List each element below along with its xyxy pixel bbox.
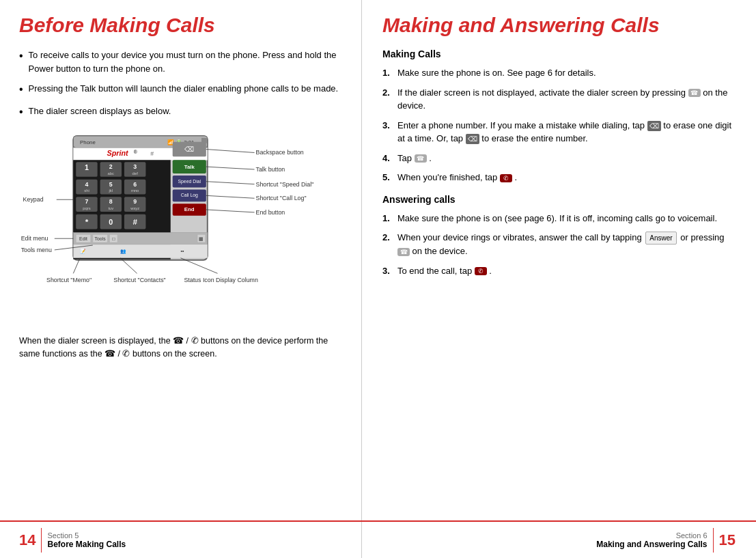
- svg-text:7: 7: [85, 198, 88, 205]
- svg-text:Keypad: Keypad: [23, 196, 44, 203]
- svg-text:Shortcut "Memo": Shortcut "Memo": [46, 277, 92, 283]
- svg-text:⌫: ⌫: [184, 145, 194, 153]
- diagram-svg: Phone 📶 🔋 2:01 Sprint ® # 1 2 abc 3: [19, 132, 342, 324]
- svg-text:Talk button: Talk button: [256, 166, 285, 173]
- svg-text:8: 8: [109, 198, 113, 205]
- bottom-text: When the dialer screen is displayed, the…: [19, 335, 342, 361]
- svg-text:Sprint: Sprint: [107, 149, 128, 157]
- step-text-1: Make sure the phone is on. See page 6 fo…: [397, 66, 596, 80]
- making-step-4: 4. Tap ☎ .: [382, 152, 736, 165]
- svg-text:1: 1: [85, 163, 89, 171]
- svg-rect-61: [73, 245, 207, 258]
- bullet-text-3: The dialer screen displays as below.: [29, 104, 171, 118]
- bullet-list: To receive calls to your device you must…: [19, 48, 342, 120]
- svg-text:6: 6: [133, 181, 137, 188]
- left-section-title: Before Making Calls: [47, 540, 126, 549]
- left-section-label: Section 5: [47, 531, 126, 540]
- bullet-item-3: The dialer screen displays as below.: [19, 104, 342, 120]
- footer-left: 14 Section 5 Before Making Calls: [0, 522, 362, 558]
- svg-text:jkl: jkl: [109, 189, 113, 193]
- answer-button-inline: Answer: [645, 232, 676, 245]
- footer-left-text: Section 5 Before Making Calls: [47, 531, 126, 549]
- answering-step-2: 2. When your device rings or vibrates, a…: [382, 231, 736, 258]
- svg-text:3: 3: [133, 163, 137, 170]
- left-page-num: 14: [19, 531, 36, 549]
- svg-text:Status Icon Display Column: Status Icon Display Column: [184, 277, 258, 283]
- svg-text:Edit menu: Edit menu: [21, 235, 48, 242]
- bullet-item-2: Pressing the Talk button will launch the…: [19, 82, 342, 98]
- step-number: 3.: [382, 119, 393, 132]
- svg-line-67: [206, 167, 255, 169]
- footer-right-text: Section 6 Making and Answering Calls: [596, 531, 707, 549]
- phone-icon-ans: ☎: [397, 248, 410, 256]
- step-text-2: If the dialer screen is not displayed, a…: [397, 86, 736, 113]
- right-column: Making and Answering Calls Making Calls …: [362, 0, 756, 558]
- step-number: 1.: [382, 212, 393, 225]
- svg-text:#: #: [132, 217, 137, 226]
- step-text-3: Enter a phone number. If you make a mist…: [397, 119, 736, 145]
- svg-text:▦: ▦: [199, 236, 204, 241]
- svg-text:2: 2: [109, 163, 113, 170]
- svg-line-71: [206, 195, 255, 198]
- svg-text:pqrs: pqrs: [83, 206, 90, 210]
- footer-right: Section 6 Making and Answering Calls 15: [362, 522, 756, 558]
- svg-text:👥: 👥: [120, 248, 126, 254]
- bullet-text-2: Pressing the Talk button will launch the…: [29, 82, 339, 96]
- left-page-number: 14: [19, 531, 36, 549]
- svg-text:®: ®: [134, 150, 137, 154]
- svg-text:9: 9: [133, 198, 137, 205]
- svg-text:📝: 📝: [80, 248, 86, 254]
- step-number: 2.: [382, 231, 393, 245]
- svg-line-65: [206, 150, 255, 153]
- step-number: 4.: [382, 152, 393, 165]
- svg-text:0: 0: [109, 218, 113, 226]
- answering-calls-list: 1. Make sure the phone is on (see page 6…: [382, 212, 736, 278]
- answering-step-1: 1. Make sure the phone is on (see page 6…: [382, 212, 736, 225]
- svg-text:▪▪: ▪▪: [181, 249, 184, 253]
- svg-text:shi: shi: [84, 189, 89, 193]
- footer-right-divider: [713, 528, 714, 553]
- svg-text:wxyz: wxyz: [130, 206, 139, 210]
- backspace-inline-2: ⌫: [466, 134, 479, 144]
- svg-text:Shortcut "Contacts": Shortcut "Contacts": [113, 277, 165, 283]
- ans-text-1: Make sure the phone is on (see page 6). …: [397, 212, 717, 225]
- phone-diagram: Phone 📶 🔋 2:01 Sprint ® # 1 2 abc 3: [19, 132, 342, 324]
- svg-text:End: End: [184, 206, 195, 212]
- svg-text:Phone: Phone: [80, 139, 96, 145]
- svg-text:4: 4: [85, 181, 88, 188]
- svg-line-73: [206, 210, 255, 212]
- phone-icon-inline: ☎: [688, 89, 701, 97]
- page-footer: 14 Section 5 Before Making Calls Section…: [0, 520, 756, 558]
- bullet-item-1: To receive calls to your device you must…: [19, 48, 342, 75]
- making-step-3: 3. Enter a phone number. If you make a m…: [382, 119, 736, 145]
- svg-text:Speed Dial: Speed Dial: [178, 179, 201, 184]
- svg-text:Backspace button: Backspace button: [256, 149, 304, 156]
- answering-step-3: 3. To end the call, tap ✆ .: [382, 264, 736, 278]
- backspace-inline: ⌫: [647, 121, 661, 131]
- making-calls-heading: Making Calls: [382, 48, 736, 59]
- end-icon-ans: ✆: [475, 267, 487, 275]
- svg-text:Shortcut "Call Log": Shortcut "Call Log": [256, 195, 307, 201]
- page-container: Before Making Calls To receive calls to …: [0, 0, 756, 558]
- svg-text:End button: End button: [256, 209, 285, 216]
- right-title: Making and Answering Calls: [382, 14, 736, 36]
- svg-line-69: [206, 182, 255, 184]
- svg-text:tuv: tuv: [108, 206, 113, 210]
- making-step-5: 5. When you're finished, tap ✆ .: [382, 171, 736, 184]
- ans-text-2: When your device rings or vibrates, answ…: [397, 231, 736, 258]
- ans-text-3: To end the call, tap ✆ .: [397, 264, 492, 278]
- svg-text:Tools: Tools: [95, 236, 107, 241]
- right-section-label: Section 6: [596, 531, 707, 540]
- left-title: Before Making Calls: [19, 14, 342, 36]
- step-number: 3.: [382, 264, 393, 278]
- right-page-number: 15: [719, 531, 736, 549]
- svg-text:Shortcut "Speed Dial": Shortcut "Speed Dial": [256, 181, 314, 188]
- left-column: Before Making Calls To receive calls to …: [0, 0, 362, 558]
- svg-text:Talk: Talk: [184, 164, 195, 170]
- svg-text:Call Log: Call Log: [181, 193, 198, 198]
- step-number: 1.: [382, 66, 393, 80]
- svg-text:Edit: Edit: [79, 236, 87, 241]
- svg-text:5: 5: [109, 181, 113, 188]
- footer-divider-line: [41, 528, 42, 553]
- end-tap-icon: ✆: [500, 174, 512, 182]
